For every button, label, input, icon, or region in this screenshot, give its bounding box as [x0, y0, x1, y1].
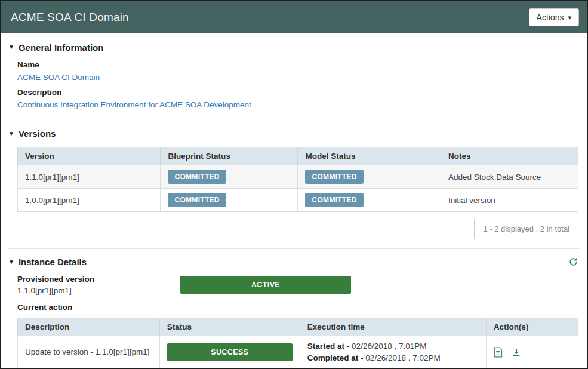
general-info-section-title: General Information [19, 42, 104, 53]
instance-details-body: Provisioned version 1.1.0[pr1][pm1] ACTI… [8, 267, 580, 368]
completed-at-value: 02/26/2018 , 7:02PM [365, 353, 440, 362]
blueprint-status-badge: COMMITTED [168, 193, 226, 207]
version-cell: 1.1.0[pr1][pm1] [18, 165, 161, 189]
started-at-value: 02/26/2018 , 7:01PM [352, 342, 426, 350]
column-header-model-status: Model Status [298, 147, 441, 165]
refresh-icon[interactable] [568, 257, 580, 267]
versions-body: Version Blueprint Status Model Status No… [8, 139, 580, 239]
action-status-badge: SUCCESS [167, 343, 293, 361]
action-description-cell: Update to version - 1.1.0[pr1][pm1] [18, 336, 160, 368]
current-action-label: Current action [17, 303, 578, 312]
pagination-info: 1 - 2 displayed , 2 in total [474, 219, 578, 239]
model-status-badge: COMMITTED [305, 193, 363, 207]
instance-details-section-title: Instance Details [19, 257, 87, 267]
actions-button-label: Actions [537, 13, 564, 22]
blueprint-status-badge: COMMITTED [168, 170, 226, 184]
caret-down-icon: ▾ [568, 14, 571, 21]
divider [8, 119, 580, 119]
version-cell: 1.0.0[pr1][pm1] [18, 189, 161, 212]
table-row: Update to version - 1.1.0[pr1][pm1] SUCC… [18, 336, 578, 368]
table-row: 1.1.0[pr1][pm1] COMMITTED COMMITTED Adde… [18, 165, 578, 189]
column-header-status: Status [159, 318, 300, 336]
name-link[interactable]: ACME SOA CI Domain [17, 73, 100, 82]
header-bar: ACME SOA CI Domain Actions ▾ [1, 1, 587, 33]
page: ACME SOA CI Domain Actions ▾ ▼ General I… [0, 0, 588, 369]
instance-details-section: ▼ Instance Details Provisioned version 1… [8, 257, 580, 368]
versions-section-header[interactable]: ▼ Versions [8, 128, 56, 139]
name-field: Name ACME SOA CI Domain [17, 60, 578, 82]
pagination-wrap: 1 - 2 displayed , 2 in total [17, 219, 578, 239]
notes-cell: Initial version [441, 189, 578, 212]
column-header-execution-time: Execution time [300, 318, 486, 336]
collapse-triangle-icon: ▼ [8, 44, 14, 50]
column-header-description: Description [18, 318, 160, 336]
name-label: Name [17, 60, 578, 69]
versions-header-row: Version Blueprint Status Model Status No… [18, 147, 578, 165]
completed-at-label: Completed at - [307, 353, 364, 362]
started-at-label: Started at - [307, 342, 350, 350]
collapse-triangle-icon: ▼ [8, 259, 14, 265]
description-field: Description Continuous Integration Envir… [17, 88, 578, 110]
page-title: ACME SOA CI Domain [11, 11, 129, 24]
versions-section-title: Versions [19, 128, 56, 139]
current-action-header-row: Description Status Execution time Action… [18, 318, 578, 336]
general-info-section: ▼ General Information Name ACME SOA CI D… [8, 41, 580, 110]
general-info-body: Name ACME SOA CI Domain Description Cont… [8, 53, 580, 110]
current-action-table: Description Status Execution time Action… [17, 318, 578, 368]
instance-details-section-header[interactable]: ▼ Instance Details [8, 257, 87, 267]
notes-cell: Added Stock Data Source [441, 165, 578, 189]
versions-section: ▼ Versions Version Blueprint Status Mode… [8, 127, 580, 240]
model-status-badge: COMMITTED [305, 170, 363, 184]
divider [8, 248, 580, 249]
column-header-notes: Notes [441, 147, 578, 165]
collapse-triangle-icon: ▼ [8, 131, 14, 137]
provisioned-version-label: Provisioned version [17, 275, 180, 284]
actions-button[interactable]: Actions ▾ [529, 8, 579, 26]
provisioned-version-value: 1.1.0[pr1][pm1] [17, 286, 180, 295]
execution-time-cell: Started at - 02/26/2018 , 7:01PM Complet… [300, 336, 486, 368]
description-link[interactable]: Continuous Integration Environment for A… [17, 100, 251, 109]
column-header-blueprint-status: Blueprint Status [161, 147, 298, 165]
instance-status-badge: ACTIVE [180, 276, 351, 294]
log-document-icon[interactable] [494, 347, 503, 358]
column-header-version: Version [18, 147, 161, 165]
provisioned-version-row: Provisioned version 1.1.0[pr1][pm1] ACTI… [17, 275, 578, 295]
general-info-section-header[interactable]: ▼ General Information [8, 42, 103, 53]
download-icon[interactable] [512, 348, 521, 357]
table-row: 1.0.0[pr1][pm1] COMMITTED COMMITTED Init… [18, 189, 578, 212]
content-area: ▼ General Information Name ACME SOA CI D… [1, 33, 587, 368]
description-label: Description [17, 88, 578, 97]
action-icons-cell [494, 347, 571, 358]
versions-table: Version Blueprint Status Model Status No… [17, 147, 578, 212]
column-header-actions: Action(s) [486, 318, 578, 336]
